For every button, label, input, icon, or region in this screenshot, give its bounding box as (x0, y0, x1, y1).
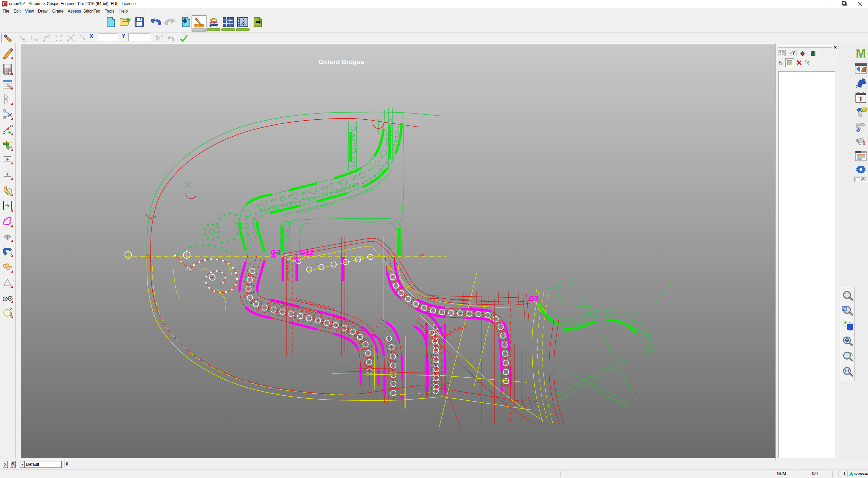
svg-text:C: C (3, 1, 6, 6)
svg-text:Oxford Brogue: Oxford Brogue (319, 58, 364, 65)
svg-text:G4: G4 (271, 248, 281, 257)
svg-text:G3: G3 (529, 294, 539, 303)
svg-text:T: T (859, 95, 863, 103)
svg-text:1:1: 1:1 (845, 369, 850, 373)
svg-text:M: M (856, 47, 866, 60)
